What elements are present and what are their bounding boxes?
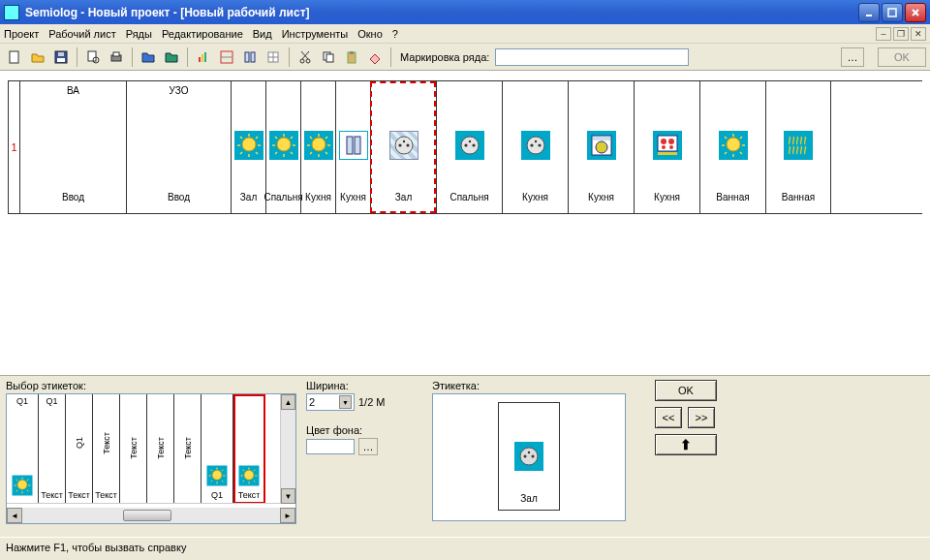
toolbar-ellipsis-button[interactable]: … bbox=[841, 47, 864, 67]
selector-item[interactable]: Текст bbox=[120, 394, 147, 504]
svg-line-112 bbox=[243, 470, 244, 471]
prev-button[interactable]: << bbox=[655, 407, 682, 428]
selector-hscroll[interactable]: ◄ ► bbox=[7, 508, 295, 523]
module-icon bbox=[518, 128, 553, 163]
menu-project[interactable]: Проект bbox=[4, 28, 39, 40]
module-cell[interactable]: Зал bbox=[370, 81, 436, 213]
scroll-right-icon[interactable]: ► bbox=[280, 508, 295, 523]
menu-worksheet[interactable]: Рабочий лист bbox=[48, 28, 115, 40]
svg-point-23 bbox=[306, 59, 310, 63]
svg-line-88 bbox=[725, 152, 727, 154]
selector-item[interactable]: Q1 bbox=[202, 394, 233, 504]
module-bottom-label: Ванная bbox=[716, 192, 749, 205]
svg-line-87 bbox=[740, 137, 742, 139]
module-cell[interactable]: Кухня bbox=[502, 81, 568, 213]
module-cell[interactable]: Кухня bbox=[335, 81, 370, 213]
close-button[interactable] bbox=[905, 3, 926, 22]
maximize-button[interactable] bbox=[882, 3, 903, 22]
toolbar: Маркировка ряда: … OK bbox=[0, 44, 930, 71]
panel-ok-button[interactable]: OK bbox=[655, 380, 717, 401]
module-cell[interactable]: Спальня bbox=[436, 81, 502, 213]
module-cell[interactable]: Спальня bbox=[265, 81, 300, 213]
label-selector[interactable]: Q1Q1ТекстQ1ТекстТекстТекстТекстТекстТекс… bbox=[6, 393, 296, 524]
selector-mid-text: Текст bbox=[102, 432, 111, 454]
selector-vscroll[interactable]: ▲ ▼ bbox=[280, 394, 295, 504]
svg-line-38 bbox=[240, 152, 242, 154]
copy-icon[interactable] bbox=[318, 47, 339, 68]
module-cell[interactable]: Ванная bbox=[699, 81, 765, 213]
folder2-icon[interactable] bbox=[161, 47, 182, 68]
module-cell[interactable]: УЗОВвод bbox=[126, 81, 231, 213]
module-cell[interactable]: Зал bbox=[231, 81, 265, 213]
module-icon bbox=[387, 128, 421, 163]
new-icon[interactable] bbox=[4, 47, 25, 68]
cut-icon[interactable] bbox=[294, 47, 316, 68]
selector-item[interactable]: Q1Текст bbox=[39, 394, 66, 504]
svg-line-113 bbox=[254, 481, 255, 482]
tool2-icon[interactable] bbox=[239, 47, 261, 68]
selector-item[interactable]: Q1 bbox=[7, 394, 39, 504]
module-cell[interactable]: Кухня bbox=[634, 81, 699, 213]
scroll-left-icon[interactable]: ◄ bbox=[7, 508, 22, 523]
module-cell[interactable]: Кухня bbox=[568, 81, 634, 213]
menu-tools[interactable]: Инструменты bbox=[282, 28, 349, 40]
minimize-button[interactable] bbox=[858, 3, 880, 22]
menu-edit[interactable]: Редактирование bbox=[162, 28, 243, 40]
svg-line-95 bbox=[27, 490, 28, 491]
selector-item[interactable]: Текст bbox=[147, 394, 174, 504]
next-button[interactable]: >> bbox=[688, 407, 715, 428]
svg-line-37 bbox=[256, 137, 258, 139]
chart-icon[interactable] bbox=[193, 47, 214, 68]
print-preview-icon[interactable] bbox=[82, 47, 104, 68]
menu-window[interactable]: Окно bbox=[357, 28, 383, 40]
menu-rows[interactable]: Ряды bbox=[126, 28, 152, 40]
svg-rect-4 bbox=[10, 51, 18, 63]
scroll-down-icon[interactable]: ▼ bbox=[281, 488, 295, 504]
marker-input[interactable] bbox=[495, 48, 689, 66]
selector-item[interactable]: Текст bbox=[233, 394, 265, 504]
module-cell[interactable]: Ванная bbox=[765, 81, 831, 213]
svg-point-64 bbox=[464, 143, 467, 146]
toolbar-ok-button[interactable]: OK bbox=[878, 47, 926, 67]
erase-icon[interactable] bbox=[364, 47, 386, 68]
svg-point-39 bbox=[277, 138, 291, 151]
svg-line-85 bbox=[725, 137, 727, 139]
selector-item[interactable]: Текст bbox=[174, 394, 202, 504]
preview-label: Этикетка: bbox=[432, 380, 626, 391]
svg-rect-58 bbox=[355, 137, 360, 154]
svg-line-36 bbox=[256, 152, 258, 154]
up-button[interactable]: ⬆ bbox=[655, 434, 717, 455]
bgcolor-swatch[interactable] bbox=[306, 439, 355, 454]
selector-top-text: Q1 bbox=[16, 396, 28, 406]
menu-view[interactable]: Вид bbox=[253, 28, 272, 40]
menu-help[interactable]: ? bbox=[392, 28, 398, 40]
bgcolor-picker-button[interactable]: … bbox=[358, 438, 378, 455]
selector-item[interactable]: Q1Текст bbox=[66, 394, 93, 504]
module-cell[interactable]: Кухня bbox=[300, 81, 335, 213]
mdi-restore-button[interactable]: ❐ bbox=[893, 27, 909, 41]
module-icon bbox=[301, 128, 336, 163]
width-combo[interactable]: 2 ▼ bbox=[306, 393, 355, 411]
scroll-up-icon[interactable]: ▲ bbox=[281, 394, 295, 410]
folder1-icon[interactable] bbox=[138, 47, 159, 68]
combo-arrow-icon[interactable]: ▼ bbox=[339, 395, 352, 409]
selector-item[interactable]: ТекстТекст bbox=[93, 394, 120, 504]
svg-point-70 bbox=[534, 140, 536, 142]
module-cell[interactable]: ВАВвод bbox=[19, 81, 126, 213]
tool3-icon[interactable] bbox=[263, 47, 284, 68]
scroll-thumb[interactable] bbox=[123, 510, 171, 521]
svg-point-107 bbox=[244, 470, 254, 480]
mdi-minimize-button[interactable]: – bbox=[876, 27, 891, 41]
svg-line-97 bbox=[16, 490, 17, 491]
mdi-close-button[interactable]: ✕ bbox=[911, 27, 926, 41]
print-icon[interactable] bbox=[106, 47, 127, 68]
window-title: Semiolog - Новый проект - [Новый рабочий… bbox=[25, 6, 858, 19]
svg-rect-7 bbox=[58, 52, 64, 56]
svg-point-69 bbox=[538, 143, 541, 146]
save-icon[interactable] bbox=[50, 47, 72, 68]
svg-line-94 bbox=[16, 480, 17, 481]
svg-point-30 bbox=[242, 138, 256, 151]
paste-icon[interactable] bbox=[341, 47, 362, 68]
tool1-icon[interactable] bbox=[216, 47, 237, 68]
open-icon[interactable] bbox=[27, 47, 48, 68]
